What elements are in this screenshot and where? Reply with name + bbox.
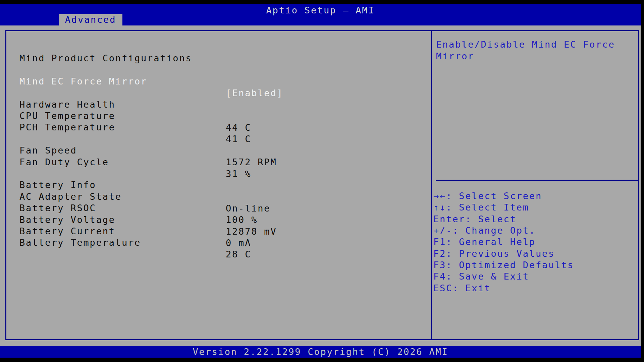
info-row-battery-voltage: Battery Voltage 12878 mV [0, 202, 25, 214]
info-label: AC Adapter State [19, 191, 122, 202]
panel-divider [431, 31, 432, 339]
info-value: 0 mA [226, 237, 251, 249]
section-label: Battery Info [19, 179, 96, 191]
legend-f2-previous-values: F2: Previous Values [433, 248, 555, 259]
info-row-ac-adapter-state: AC Adapter State On-line [0, 179, 25, 191]
info-value: 28 C [226, 248, 251, 260]
info-row-fan-duty-cycle: Fan Duty Cycle 31 % [0, 144, 25, 156]
info-label: Battery Voltage [19, 214, 115, 226]
section-heading: Mind Product Configurations [0, 41, 25, 52]
info-value: 100 % [226, 214, 258, 226]
legend-select-screen: →←: Select Screen [433, 190, 542, 202]
info-label: Fan Duty Cycle [19, 156, 109, 168]
legend-f1-general-help: F1: General Help [433, 236, 536, 248]
info-label: Battery Current [19, 225, 115, 237]
info-label: Fan Speed [19, 144, 77, 156]
info-row-battery-current: Battery Current 0 mA [0, 214, 25, 225]
legend-f3-optimized-defaults: F3: Optimized Defaults [433, 259, 574, 271]
info-label: CPU Temperature [19, 110, 115, 122]
legend-esc-exit: ESC: Exit [433, 282, 491, 294]
help-legend-divider [436, 180, 638, 181]
item-help-text-line1: Enable/Disable Mind EC Force [436, 39, 615, 50]
info-value: 12878 mV [226, 226, 277, 237]
info-value: 44 C [226, 122, 251, 133]
footer-bar: Version 2.22.1299 Copyright (C) 2026 AMI [0, 346, 641, 358]
info-value: 1572 RPM [226, 156, 277, 168]
legend-select-item: ↑↓: Select Item [433, 201, 529, 213]
bios-setup-screen: Aptio Setup — AMI Advanced Mind Product … [0, 0, 644, 362]
option-value: [Enabled] [226, 87, 283, 99]
section-label: Hardware Health [19, 99, 115, 110]
info-label: Battery Temperature [19, 237, 141, 248]
info-row-battery-temperature: Battery Temperature 28 C [0, 225, 25, 237]
section-label: Mind Product Configurations [19, 52, 192, 64]
legend-change-option: +/-: Change Opt. [433, 225, 536, 236]
info-row-cpu-temperature: CPU Temperature 44 C [0, 98, 25, 110]
info-value: On-line [226, 202, 270, 214]
info-value: 41 C [226, 133, 251, 145]
tab-advanced[interactable]: Advanced [59, 14, 122, 25]
version-copyright-text: Version 2.22.1299 Copyright (C) 2026 AMI [0, 346, 641, 358]
section-heading: Hardware Health [0, 87, 25, 99]
legend-f4-save-exit: F4: Save & Exit [433, 270, 529, 282]
option-row-mind-ec-force-mirror[interactable]: Mind EC Force Mirror [Enabled] [0, 64, 25, 75]
option-label: Mind EC Force Mirror [19, 75, 147, 87]
item-help-text-line2: Mirror [436, 50, 474, 62]
section-heading: Battery Info [0, 167, 25, 179]
info-value: 31 % [226, 168, 251, 180]
info-row-pch-temperature: PCH Temperature 41 C [0, 110, 25, 121]
info-label: PCH Temperature [19, 121, 115, 133]
legend-enter-select: Enter: Select [433, 213, 517, 225]
info-row-fan-speed: Fan Speed 1572 RPM [0, 133, 25, 144]
info-row-battery-rsoc: Battery RSOC 100 % [0, 190, 25, 202]
info-label: Battery RSOC [19, 202, 96, 214]
